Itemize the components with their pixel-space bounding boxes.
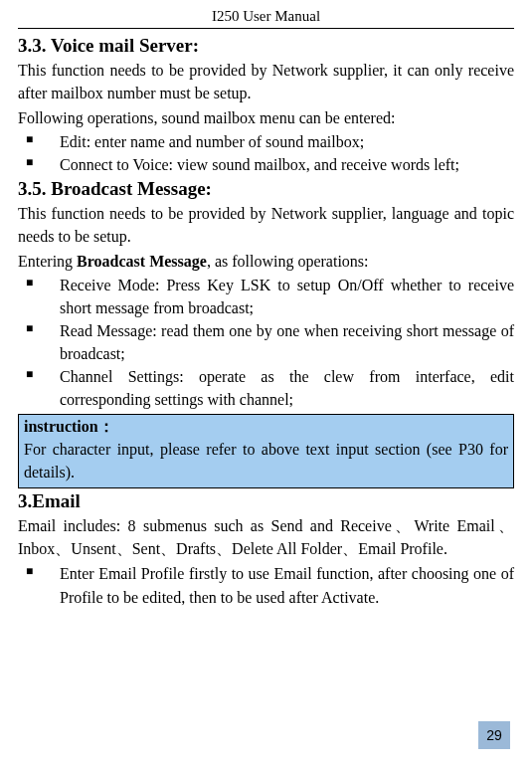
header-title: I250 User Manual: [18, 8, 514, 29]
list-item: Read Message: read them one by one when …: [18, 319, 514, 365]
instruction-body: For character input, please refer to abo…: [24, 438, 508, 483]
voicemail-para2: Following operations, sound mailbox menu…: [18, 106, 514, 129]
instruction-box: instruction： For character input, please…: [18, 414, 514, 488]
voicemail-para1: This function needs to be provided by Ne…: [18, 59, 514, 104]
page-number: 29: [478, 721, 510, 749]
email-heading: 3.Email: [18, 490, 514, 512]
list-item: Channel Settings: operate as the clew fr…: [18, 365, 514, 411]
broadcast-heading: 3.5. Broadcast Message:: [18, 178, 514, 200]
broadcast-list: Receive Mode: Press Key LSK to setup On/…: [18, 274, 514, 412]
list-item: Connect to Voice: view sound mailbox, an…: [18, 153, 514, 176]
broadcast-para1: This function needs to be provided by Ne…: [18, 202, 514, 248]
email-para1: Email includes: 8 submenus such as Send …: [18, 514, 514, 560]
email-list: Enter Email Profile firstly to use Email…: [18, 562, 514, 608]
entering-bold: Broadcast Message: [77, 253, 207, 270]
voicemail-list: Edit: enter name and number of sound mai…: [18, 130, 514, 176]
broadcast-entering: Entering Broadcast Message, as following…: [18, 250, 514, 273]
list-item: Receive Mode: Press Key LSK to setup On/…: [18, 274, 514, 319]
list-item: Enter Email Profile firstly to use Email…: [18, 562, 514, 608]
entering-prefix: Entering: [18, 253, 77, 270]
entering-suffix: , as following operations:: [207, 253, 369, 270]
list-item: Edit: enter name and number of sound mai…: [18, 130, 514, 153]
voicemail-heading: 3.3. Voice mail Server:: [18, 35, 514, 57]
instruction-title: instruction：: [24, 417, 508, 438]
